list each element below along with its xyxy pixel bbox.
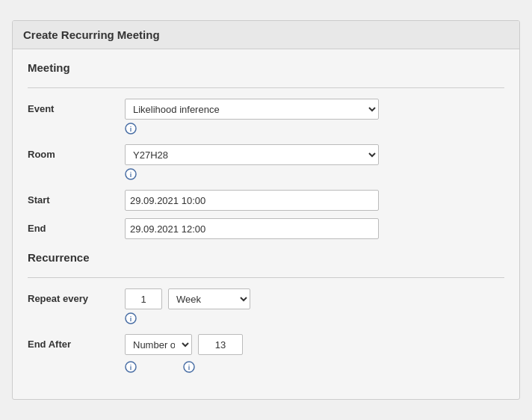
event-row: Event Likelihood inference i: [28, 99, 504, 137]
dialog-header: Create Recurring Meeting: [13, 21, 519, 49]
start-field: [125, 190, 504, 211]
create-recurring-meeting-dialog: Create Recurring Meeting Meeting Event L…: [12, 20, 520, 400]
repeat-period-select[interactable]: Week Day Month: [168, 288, 250, 309]
svg-text:i: i: [130, 171, 132, 179]
meeting-divider: [28, 87, 504, 88]
svg-text:i: i: [130, 364, 132, 371]
event-label: Event: [28, 99, 125, 114]
end-after-field: Number o Date i: [125, 334, 504, 375]
end-after-count-input[interactable]: [198, 334, 243, 355]
svg-text:i: i: [188, 364, 191, 371]
meeting-section: Meeting Event Likelihood inference i: [28, 61, 504, 239]
recurrence-divider: [28, 277, 504, 278]
end-after-info-row: i i: [125, 358, 504, 375]
meeting-section-title: Meeting: [28, 61, 504, 77]
end-after-count-info-icon[interactable]: i: [183, 361, 195, 375]
room-info-icon[interactable]: i: [125, 168, 504, 182]
repeat-number-input[interactable]: [125, 288, 162, 309]
dialog-body: Meeting Event Likelihood inference i: [13, 49, 519, 399]
event-select[interactable]: Likelihood inference: [125, 99, 379, 120]
dialog-title: Create Recurring Meeting: [23, 28, 509, 41]
end-row: End: [28, 218, 504, 239]
recurrence-section-title: Recurrence: [28, 251, 504, 267]
event-info-icon[interactable]: i: [125, 123, 504, 137]
recurrence-section: Recurrence Repeat every Week Day Month: [28, 251, 504, 375]
svg-text:i: i: [130, 315, 132, 323]
end-input[interactable]: [125, 218, 379, 239]
end-after-type-select[interactable]: Number o Date: [125, 334, 192, 355]
repeat-inputs: Week Day Month: [125, 288, 504, 309]
repeat-info-icon[interactable]: i: [125, 312, 504, 327]
start-row: Start: [28, 190, 504, 211]
room-select[interactable]: Y27H28: [125, 144, 379, 165]
start-label: Start: [28, 190, 125, 206]
event-field: Likelihood inference i: [125, 99, 504, 137]
end-after-row: End After Number o Date i: [28, 334, 504, 375]
end-after-inputs: Number o Date: [125, 334, 504, 355]
end-after-label: End After: [28, 334, 125, 350]
repeat-every-field: Week Day Month i: [125, 288, 504, 327]
end-after-type-info-icon[interactable]: i: [125, 361, 137, 375]
room-label: Room: [28, 144, 125, 160]
room-field: Y27H28 i: [125, 144, 504, 182]
end-field: [125, 218, 504, 239]
repeat-every-row: Repeat every Week Day Month i: [28, 288, 504, 327]
end-label: End: [28, 218, 125, 234]
svg-text:i: i: [130, 126, 132, 133]
repeat-every-label: Repeat every: [28, 288, 125, 304]
start-input[interactable]: [125, 190, 379, 211]
room-row: Room Y27H28 i: [28, 144, 504, 182]
